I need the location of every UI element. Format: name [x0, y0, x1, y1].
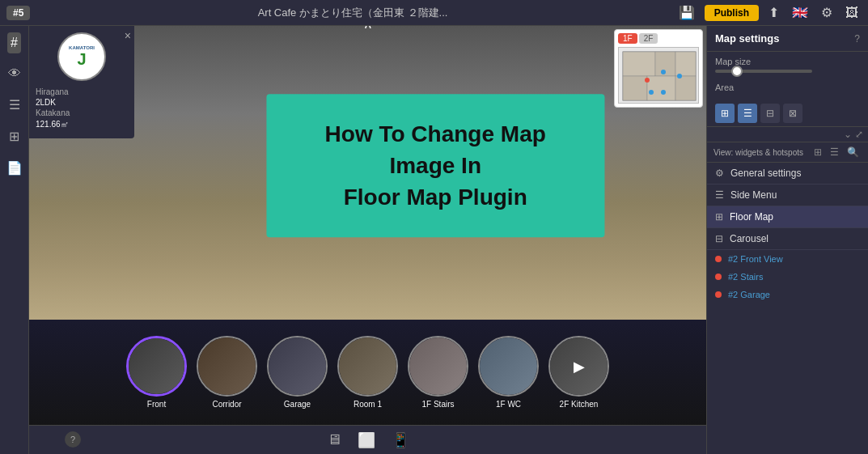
thumb-garage[interactable]: Garage — [267, 336, 328, 409]
logo-inner: KAMATORI J — [69, 45, 95, 69]
thumb-label-corridor: Corridor — [212, 400, 241, 409]
prop-area-row: 121.66㎡ — [36, 119, 128, 130]
icon-list-active[interactable]: ☰ — [738, 104, 757, 123]
prop-area: 121.66㎡ — [36, 119, 69, 130]
thumb-label-garage: Garage — [284, 400, 311, 409]
thumb-corridor[interactable]: Corridor — [197, 336, 257, 409]
panel-divider: ⌄ ⤢ — [707, 127, 868, 142]
overlay-text: How To Change Map Image In Floor Map Plu… — [307, 118, 565, 214]
page-title: Art Cafe かまとり住宅（金田東 ２階建... — [36, 6, 668, 20]
svg-point-10 — [661, 90, 666, 95]
menu-general-label: General settings — [730, 168, 801, 179]
svg-point-8 — [661, 70, 666, 74]
thumb-circle-corridor — [197, 336, 257, 397]
property-panel: × KAMATORI J Hiragana 2LDK Katakana 121.… — [29, 26, 134, 138]
gear-icon: ⚙ — [715, 168, 724, 179]
chevron-down-icon[interactable]: ⌄ — [844, 129, 852, 140]
thumb-room1[interactable]: Room 1 — [337, 336, 398, 409]
panel-help-icon[interactable]: ? — [854, 33, 860, 45]
thumb-bg-garage — [269, 337, 326, 395]
sidebar-icon-hash[interactable]: # — [7, 32, 21, 53]
map-size-setting: Map size — [707, 52, 868, 78]
view-list-btn[interactable]: ☰ — [828, 146, 841, 159]
icon-unknown2[interactable]: ⊠ — [783, 104, 802, 123]
thumb-bg-1f-stairs — [409, 337, 467, 395]
thumb-bg-2f-kitchen: ▶ — [550, 337, 608, 395]
menu-floor-map-label: Floor Map — [730, 211, 773, 223]
thumb-label-2f-kitchen: 2F Kitchen — [560, 400, 599, 409]
hotspot-stairs[interactable]: #2 Stairs — [707, 268, 868, 286]
thumb-circle-front — [126, 336, 187, 397]
svg-rect-4 — [623, 76, 647, 100]
floor-plan-svg — [619, 48, 700, 104]
thumb-1f-wc[interactable]: 1F WC — [478, 336, 539, 409]
thumb-label-room1: Room 1 — [354, 400, 382, 409]
menu-general-settings[interactable]: ⚙ General settings — [707, 163, 868, 185]
settings-icon[interactable]: ⚙ — [818, 3, 836, 22]
svg-rect-6 — [675, 76, 696, 100]
svg-rect-5 — [647, 76, 675, 100]
thumb-circle-room1 — [337, 336, 398, 397]
thumb-1f-stairs[interactable]: 1F Stairs — [408, 336, 468, 409]
hotspot-dot-stairs — [715, 274, 722, 280]
icon-grid-active[interactable]: ⊞ — [715, 104, 735, 123]
view-grid-btn[interactable]: ⊞ — [811, 146, 824, 159]
svg-rect-3 — [675, 52, 696, 76]
hotspot-front-view[interactable]: #2 Front View — [707, 250, 868, 268]
property-panel-close[interactable]: × — [125, 29, 131, 42]
minimap[interactable]: 1F 2F — [614, 29, 703, 108]
thumb-bg-front — [129, 338, 184, 394]
language-icon[interactable]: 🇬🇧 — [789, 3, 811, 22]
publish-button[interactable]: Publish — [705, 5, 759, 21]
floor-tab-2f[interactable]: 2F — [639, 33, 658, 44]
help-icon[interactable]: ? — [65, 431, 81, 448]
device-desktop-icon[interactable]: 🖥 — [327, 431, 341, 448]
thumb-label-front: Front — [147, 400, 166, 409]
svg-point-11 — [649, 90, 654, 95]
thumb-circle-1f-stairs — [408, 336, 468, 397]
chevron-up-icon: ∧ — [363, 26, 373, 32]
hotspot-front-label: #2 Front View — [728, 254, 783, 264]
carousel-icon: ⊟ — [715, 233, 723, 244]
map-size-slider-thumb[interactable] — [731, 66, 743, 77]
save-icon[interactable]: 💾 — [675, 3, 698, 22]
prop-hiragana: Hiragana — [36, 87, 128, 96]
menu-side-menu[interactable]: ☰ Side Menu — [707, 185, 868, 206]
thumb-front[interactable]: Front — [126, 336, 187, 409]
overlay-banner: How To Change Map Image In Floor Map Plu… — [266, 94, 605, 238]
thumb-bg-room1 — [339, 337, 396, 395]
thumb-circle-2f-kitchen: ▶ — [548, 336, 609, 397]
icon-unknown1[interactable]: ⊟ — [760, 104, 780, 123]
thumb-bg-corridor — [198, 337, 256, 395]
logo-circle: KAMATORI J — [57, 32, 106, 81]
top-bar: #5 Art Cafe かまとり住宅（金田東 ２階建... 💾 Publish … — [0, 0, 868, 26]
view-search-btn[interactable]: 🔍 — [845, 146, 862, 159]
menu-carousel[interactable]: ⊟ Carousel — [707, 228, 868, 250]
svg-point-9 — [677, 74, 682, 78]
sidebar-icon-document[interactable]: 📄 — [3, 157, 26, 179]
prop-katakana: Katakana — [36, 108, 128, 117]
icon-row-top: ⊞ ☰ ⊟ ⊠ — [707, 100, 868, 127]
hotspot-garage[interactable]: #2 Garage — [707, 286, 868, 303]
hotspot-dot-garage — [715, 291, 722, 298]
share-icon[interactable]: ⬆ — [765, 3, 782, 22]
floor-tab-1f[interactable]: 1F — [618, 33, 637, 44]
panel-header: Map settings ? — [707, 26, 868, 52]
sidebar-icon-grid[interactable]: ⊞ — [6, 125, 23, 147]
expand-icon[interactable]: ⤢ — [855, 129, 863, 140]
toolbar-icons: 💾 Publish ⬆ 🇬🇧 ⚙ 🖼 — [675, 3, 862, 22]
device-tablet-icon[interactable]: ⬜ — [358, 431, 375, 449]
photo-icon[interactable]: 🖼 — [842, 4, 862, 22]
main-area: # 👁 ☰ ⊞ 📄 × KAMATORI J Hiragana 2LDK — [0, 26, 868, 454]
map-size-slider-track[interactable] — [715, 70, 812, 73]
floor-tabs: 1F 2F — [618, 33, 699, 44]
view-label: View: widgets & hotspots — [713, 148, 803, 157]
thumb-bg-1f-wc — [480, 337, 537, 395]
sidebar-icon-menu[interactable]: ☰ — [6, 94, 23, 116]
property-logo: KAMATORI J — [36, 32, 128, 81]
minimap-image — [618, 47, 699, 104]
menu-floor-map[interactable]: ⊞ Floor Map — [707, 206, 868, 228]
device-mobile-icon[interactable]: 📱 — [392, 431, 409, 449]
thumb-2f-kitchen[interactable]: ▶ 2F Kitchen — [548, 336, 609, 409]
sidebar-icon-eye[interactable]: 👁 — [5, 63, 24, 84]
